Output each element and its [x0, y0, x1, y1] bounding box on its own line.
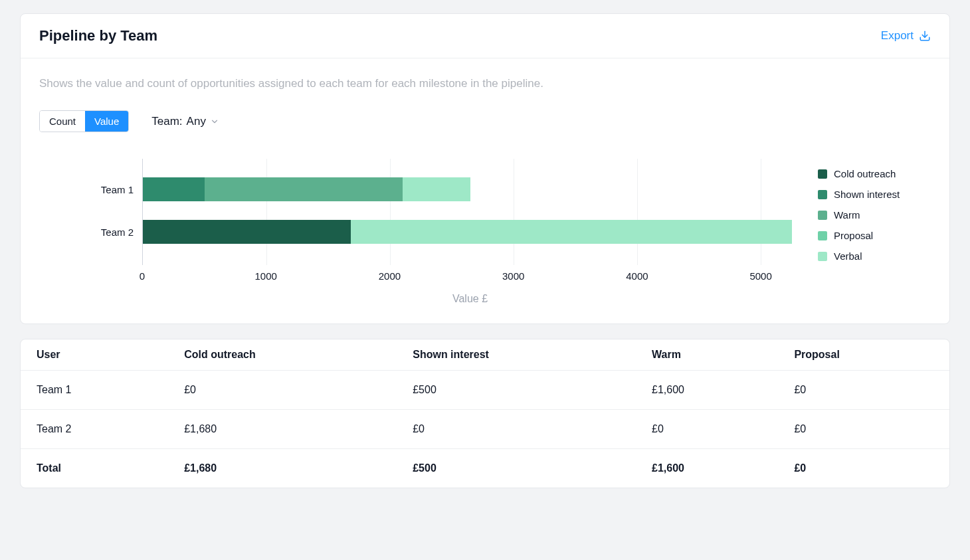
table-body: Team 1£0£500£1,600£0Team 2£1,680£0£0£0To…	[21, 371, 949, 488]
bar-row: Team 2	[143, 220, 798, 244]
table-header-cell: Proposal	[778, 339, 949, 371]
table-cell: £0	[397, 410, 636, 449]
table-cell: £1,680	[168, 410, 397, 449]
table-cell: Total	[21, 449, 168, 488]
chart-legend: Cold outreachShown interestWarmProposalV…	[818, 159, 931, 305]
table-header-row: UserCold outreachShown interestWarmPropo…	[21, 339, 949, 371]
team-filter[interactable]: Team: Any	[151, 115, 219, 128]
x-tick: 2000	[379, 270, 401, 282]
legend-item: Proposal	[818, 230, 931, 241]
legend-swatch	[818, 211, 827, 220]
table-cell: £0	[778, 371, 949, 410]
download-icon	[919, 30, 931, 42]
legend-swatch	[818, 231, 827, 240]
toggle-count[interactable]: Count	[40, 111, 85, 132]
table-cell: £0	[778, 449, 949, 488]
table-header-cell: Cold outreach	[168, 339, 397, 371]
table-cell: Team 2	[21, 410, 168, 449]
chevron-down-icon	[210, 117, 219, 126]
count-value-toggle: Count Value	[39, 110, 129, 132]
table-cell: £0	[778, 410, 949, 449]
chart-area: Team 1Team 2 010002000300040005000 Value…	[39, 159, 798, 305]
team-filter-value: Any	[187, 115, 206, 128]
bar-segment	[205, 177, 403, 201]
bar-segment	[403, 177, 470, 201]
legend-label: Warm	[834, 209, 860, 221]
table-cell: £500	[397, 371, 636, 410]
legend-item: Warm	[818, 209, 931, 221]
grid-line	[637, 159, 638, 265]
table-row: Total£1,680£500£1,600£0	[21, 449, 949, 488]
legend-label: Shown interest	[834, 189, 900, 200]
export-label: Export	[881, 29, 914, 43]
table-cell: £0	[636, 410, 778, 449]
x-tick: 1000	[255, 270, 277, 282]
x-axis: 010002000300040005000	[142, 265, 798, 285]
pipeline-card: Pipeline by Team Export Shows the value …	[20, 13, 950, 324]
controls-row: Count Value Team: Any	[39, 110, 931, 132]
y-axis-label: Team 2	[101, 227, 134, 238]
toggle-value[interactable]: Value	[85, 111, 128, 132]
x-tick: 0	[140, 270, 145, 282]
card-title: Pipeline by Team	[39, 27, 157, 45]
x-tick: 4000	[626, 270, 648, 282]
legend-item: Shown interest	[818, 189, 931, 200]
table-cell: £1,680	[168, 449, 397, 488]
chart-plot: Team 1Team 2	[142, 159, 798, 265]
table-row: Team 2£1,680£0£0£0	[21, 410, 949, 449]
grid-line	[390, 159, 391, 265]
table-cell: £1,600	[636, 371, 778, 410]
x-axis-title: Value £	[142, 293, 798, 305]
legend-item: Cold outreach	[818, 168, 931, 179]
pipeline-table-card: UserCold outreachShown interestWarmPropo…	[20, 339, 950, 488]
legend-label: Proposal	[834, 230, 873, 241]
table-cell: Team 1	[21, 371, 168, 410]
legend-item: Verbal	[818, 250, 931, 262]
pipeline-table: UserCold outreachShown interestWarmPropo…	[21, 339, 949, 488]
table-cell: £0	[168, 371, 397, 410]
table-cell: £500	[397, 449, 636, 488]
legend-swatch	[818, 252, 827, 261]
card-header: Pipeline by Team Export	[21, 14, 949, 58]
legend-swatch	[818, 169, 827, 179]
grid-line	[266, 159, 267, 265]
legend-label: Verbal	[834, 250, 862, 262]
card-description: Shows the value and count of opportuniti…	[39, 77, 931, 90]
team-filter-label: Team:	[151, 115, 182, 128]
table-header-cell: Warm	[636, 339, 778, 371]
export-button[interactable]: Export	[881, 29, 931, 43]
grid-line	[761, 159, 761, 265]
bar-segment	[143, 177, 205, 201]
bar-segment	[351, 220, 792, 244]
table-row: Team 1£0£500£1,600£0	[21, 371, 949, 410]
y-axis-label: Team 1	[101, 184, 134, 195]
legend-label: Cold outreach	[834, 168, 896, 179]
bar-row: Team 1	[143, 177, 798, 201]
bar-segment	[143, 220, 351, 244]
grid-line	[514, 159, 514, 265]
table-header-cell: User	[21, 339, 168, 371]
table-cell: £1,600	[636, 449, 778, 488]
x-tick: 3000	[502, 270, 524, 282]
legend-swatch	[818, 190, 827, 199]
card-body: Shows the value and count of opportuniti…	[21, 58, 949, 324]
x-tick: 5000	[749, 270, 771, 282]
table-header-cell: Shown interest	[397, 339, 636, 371]
chart-wrap: Team 1Team 2 010002000300040005000 Value…	[39, 159, 931, 305]
